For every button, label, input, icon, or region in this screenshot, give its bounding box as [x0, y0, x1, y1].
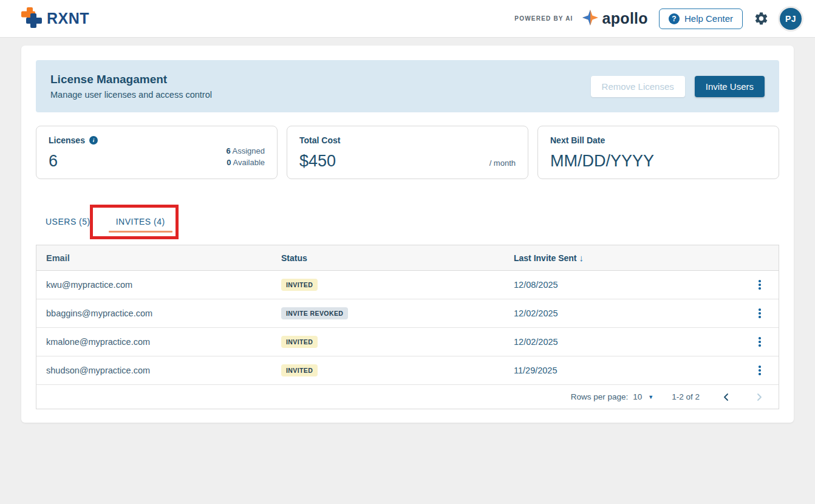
last-invite-date: 11/29/2025: [510, 366, 741, 375]
rows-per-page-select[interactable]: Rows per page: 10 ▼: [571, 392, 654, 401]
apollo-logo: apollo: [582, 9, 648, 29]
invite-users-button[interactable]: Invite Users: [695, 76, 765, 97]
help-center-label: Help Center: [684, 13, 733, 24]
status-badge: INVITED: [281, 336, 318, 348]
column-header-last-invite[interactable]: Last Invite Sent↓: [510, 253, 741, 263]
apollo-wordmark: apollo: [602, 10, 648, 27]
settings-gear-icon[interactable]: [754, 11, 769, 26]
page-banner: License Managament Manage user licenses …: [36, 60, 779, 112]
last-invite-date: 12/08/2025: [510, 280, 741, 290]
table-row: shudson@mypractice.com INVITED 11/29/202…: [36, 356, 779, 385]
page-title: License Managament: [50, 73, 212, 86]
next-page-button[interactable]: [753, 391, 765, 403]
row-actions: [741, 335, 779, 349]
invite-email: bbaggins@mypractice.com: [36, 308, 276, 318]
next-bill-value: MM/DD/YYYY: [550, 152, 766, 171]
rows-per-page-value: 10: [633, 392, 642, 401]
table-row: kmalone@mypractice.com INVITED 12/02/202…: [36, 328, 779, 356]
invite-email: shudson@mypractice.com: [36, 366, 276, 375]
chevron-down-icon: ▼: [648, 394, 653, 400]
sort-desc-icon[interactable]: ↓: [579, 253, 584, 263]
kebab-menu-icon[interactable]: [756, 278, 763, 292]
licenses-breakdown: 6 Assigned 0 Available: [226, 146, 265, 169]
column-header-email[interactable]: Email: [36, 253, 276, 263]
licenses-card-header: Licenses i: [49, 135, 265, 145]
kebab-menu-icon[interactable]: [756, 335, 763, 349]
status-badge: INVITED: [281, 279, 318, 291]
last-invite-label: Last Invite Sent: [514, 253, 576, 263]
apollo-star-icon: [582, 9, 599, 29]
invite-status-cell: INVITED: [276, 279, 510, 291]
kebab-menu-icon[interactable]: [756, 306, 763, 321]
per-month-label: / month: [489, 158, 516, 168]
total-cost-value: $450: [299, 152, 516, 171]
table-header-row: Email Status Last Invite Sent↓: [36, 245, 779, 271]
next-bill-label: Next Bill Date: [550, 135, 605, 145]
total-cost-label: Total Cost: [299, 135, 340, 145]
table-row: bbaggins@mypractice.com INVITE REVOKED 1…: [36, 299, 779, 328]
invite-status-cell: INVITED: [276, 336, 510, 348]
rows-per-page-label: Rows per page:: [571, 392, 629, 401]
total-cost-card: Total Cost $450 / month: [287, 126, 528, 179]
info-icon[interactable]: i: [89, 136, 98, 145]
invite-status-cell: INVITED: [276, 364, 510, 376]
help-center-button[interactable]: ? Help Center: [659, 9, 743, 29]
last-invite-date: 12/02/2025: [510, 308, 741, 318]
next-bill-header: Next Bill Date: [550, 135, 766, 145]
row-actions: [741, 278, 779, 292]
invite-email: kwu@mypractice.com: [36, 280, 276, 290]
rxnt-logo[interactable]: RXNT: [21, 7, 89, 30]
tab-users[interactable]: USERS (5): [46, 209, 90, 234]
next-bill-card: Next Bill Date MM/DD/YYYY: [537, 126, 779, 179]
remove-licenses-button[interactable]: Remove Licenses: [591, 76, 685, 97]
user-avatar[interactable]: PJ: [780, 8, 802, 30]
invites-table: Email Status Last Invite Sent↓ kwu@mypra…: [36, 245, 779, 409]
question-icon: ?: [669, 13, 680, 24]
last-invite-date: 12/02/2025: [510, 337, 741, 347]
table-pagination: Rows per page: 10 ▼ 1-2 of 2: [36, 385, 779, 409]
licenses-card: Licenses i 6 6 Assigned 0 Available: [36, 126, 278, 179]
invite-table-body: kwu@mypractice.com INVITED 12/08/2025 bb…: [36, 271, 779, 385]
status-badge: INVITE REVOKED: [281, 307, 348, 319]
row-actions: [741, 306, 779, 321]
invite-status-cell: INVITE REVOKED: [276, 307, 510, 319]
rxnt-cross-icon: [21, 7, 42, 30]
assigned-line: 6 Assigned: [226, 146, 265, 157]
licenses-label: Licenses: [49, 135, 85, 145]
tab-invites[interactable]: INVITES (4): [109, 209, 172, 234]
previous-page-button[interactable]: [720, 391, 732, 403]
total-cost-header: Total Cost: [299, 135, 516, 145]
invite-email: kmalone@mypractice.com: [36, 337, 276, 347]
page-body: License Managament Manage user licenses …: [0, 38, 815, 423]
pagination-range: 1-2 of 2: [672, 392, 700, 401]
tabs-row: USERS (5) INVITES (4): [36, 209, 779, 234]
powered-by-label: POWERED BY AI: [514, 15, 573, 22]
kebab-menu-icon[interactable]: [756, 363, 763, 378]
table-row: kwu@mypractice.com INVITED 12/08/2025: [36, 271, 779, 299]
row-actions: [741, 363, 779, 378]
brand-name: RXNT: [47, 10, 89, 27]
license-management-card: License Managament Manage user licenses …: [21, 46, 794, 423]
page-subtitle: Manage user licenses and access control: [50, 90, 212, 100]
header-right: POWERED BY AI apollo ? Help Center PJ: [514, 8, 802, 30]
banner-text: License Managament Manage user licenses …: [50, 73, 212, 100]
available-line: 0 Available: [226, 157, 265, 169]
status-badge: INVITED: [281, 364, 318, 376]
stats-row: Licenses i 6 6 Assigned 0 Available Tota…: [36, 126, 779, 179]
top-header: RXNT POWERED BY AI apollo ? Help Center …: [0, 0, 815, 38]
column-header-status[interactable]: Status: [276, 253, 510, 263]
banner-actions: Remove Licenses Invite Users: [591, 76, 765, 97]
